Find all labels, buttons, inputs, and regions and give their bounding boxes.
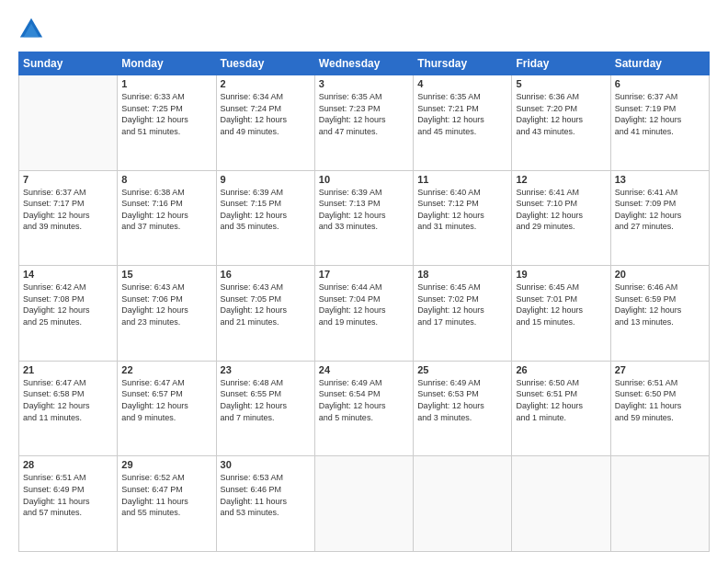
day-info: Sunrise: 6:36 AM Sunset: 7:20 PM Dayligh…	[516, 91, 606, 137]
day-number: 20	[615, 269, 705, 280]
calendar-cell: 8Sunrise: 6:38 AM Sunset: 7:16 PM Daylig…	[118, 170, 216, 266]
col-header-thursday: Thursday	[414, 52, 512, 75]
col-header-sunday: Sunday	[19, 52, 118, 75]
calendar-cell: 30Sunrise: 6:53 AM Sunset: 6:46 PM Dayli…	[216, 456, 314, 552]
calendar-cell: 27Sunrise: 6:51 AM Sunset: 6:50 PM Dayli…	[610, 361, 709, 456]
calendar-cell: 6Sunrise: 6:37 AM Sunset: 7:19 PM Daylig…	[610, 75, 709, 171]
day-info: Sunrise: 6:37 AM Sunset: 7:17 PM Dayligh…	[23, 187, 113, 233]
calendar-cell: 21Sunrise: 6:47 AM Sunset: 6:58 PM Dayli…	[19, 361, 118, 456]
day-info: Sunrise: 6:41 AM Sunset: 7:09 PM Dayligh…	[615, 187, 705, 233]
calendar-table: SundayMondayTuesdayWednesdayThursdayFrid…	[18, 52, 710, 552]
calendar-cell: 4Sunrise: 6:35 AM Sunset: 7:21 PM Daylig…	[414, 75, 512, 171]
calendar-cell: 29Sunrise: 6:52 AM Sunset: 6:47 PM Dayli…	[118, 456, 216, 552]
calendar-cell	[414, 456, 512, 552]
page: SundayMondayTuesdayWednesdayThursdayFrid…	[0, 0, 728, 563]
calendar-header-row: SundayMondayTuesdayWednesdayThursdayFrid…	[19, 52, 710, 75]
calendar-week-row: 28Sunrise: 6:51 AM Sunset: 6:49 PM Dayli…	[19, 456, 710, 552]
day-number: 14	[23, 269, 113, 280]
calendar-cell: 22Sunrise: 6:47 AM Sunset: 6:57 PM Dayli…	[118, 361, 216, 456]
day-info: Sunrise: 6:37 AM Sunset: 7:19 PM Dayligh…	[615, 91, 705, 137]
day-number: 5	[516, 78, 606, 89]
day-info: Sunrise: 6:35 AM Sunset: 7:23 PM Dayligh…	[319, 91, 409, 137]
day-number: 22	[121, 364, 211, 375]
day-info: Sunrise: 6:46 AM Sunset: 6:59 PM Dayligh…	[615, 282, 705, 327]
day-info: Sunrise: 6:47 AM Sunset: 6:57 PM Dayligh…	[121, 377, 211, 423]
day-info: Sunrise: 6:35 AM Sunset: 7:21 PM Dayligh…	[417, 91, 507, 137]
day-number: 1	[121, 78, 211, 89]
day-info: Sunrise: 6:45 AM Sunset: 7:01 PM Dayligh…	[516, 282, 606, 327]
day-number: 3	[319, 78, 409, 89]
day-number: 29	[121, 459, 211, 470]
day-info: Sunrise: 6:33 AM Sunset: 7:25 PM Dayligh…	[121, 91, 211, 137]
day-number: 25	[417, 364, 507, 375]
calendar-cell: 7Sunrise: 6:37 AM Sunset: 7:17 PM Daylig…	[19, 170, 118, 266]
calendar-cell: 12Sunrise: 6:41 AM Sunset: 7:10 PM Dayli…	[512, 170, 610, 266]
day-info: Sunrise: 6:49 AM Sunset: 6:54 PM Dayligh…	[319, 377, 409, 423]
day-number: 12	[516, 174, 606, 185]
calendar-cell: 19Sunrise: 6:45 AM Sunset: 7:01 PM Dayli…	[512, 266, 610, 362]
calendar-cell: 3Sunrise: 6:35 AM Sunset: 7:23 PM Daylig…	[314, 75, 413, 171]
calendar-cell: 24Sunrise: 6:49 AM Sunset: 6:54 PM Dayli…	[314, 361, 413, 456]
calendar-cell: 16Sunrise: 6:43 AM Sunset: 7:05 PM Dayli…	[216, 266, 314, 362]
col-header-monday: Monday	[118, 52, 216, 75]
day-info: Sunrise: 6:41 AM Sunset: 7:10 PM Dayligh…	[516, 187, 606, 233]
day-info: Sunrise: 6:44 AM Sunset: 7:04 PM Dayligh…	[319, 282, 409, 327]
calendar-cell: 11Sunrise: 6:40 AM Sunset: 7:12 PM Dayli…	[414, 170, 512, 266]
day-number: 9	[221, 174, 311, 185]
day-info: Sunrise: 6:39 AM Sunset: 7:13 PM Dayligh…	[319, 187, 409, 233]
calendar-week-row: 1Sunrise: 6:33 AM Sunset: 7:25 PM Daylig…	[19, 75, 710, 171]
day-info: Sunrise: 6:39 AM Sunset: 7:15 PM Dayligh…	[221, 187, 311, 233]
calendar-cell: 23Sunrise: 6:48 AM Sunset: 6:55 PM Dayli…	[216, 361, 314, 456]
col-header-saturday: Saturday	[610, 52, 709, 75]
day-number: 8	[121, 174, 211, 185]
calendar-cell: 2Sunrise: 6:34 AM Sunset: 7:24 PM Daylig…	[216, 75, 314, 171]
day-number: 30	[221, 459, 311, 470]
day-number: 4	[417, 78, 507, 89]
day-info: Sunrise: 6:47 AM Sunset: 6:58 PM Dayligh…	[23, 377, 113, 423]
day-number: 26	[516, 364, 606, 375]
day-number: 11	[417, 174, 507, 185]
calendar-cell	[610, 456, 709, 552]
calendar-cell	[19, 75, 118, 171]
day-info: Sunrise: 6:50 AM Sunset: 6:51 PM Dayligh…	[516, 377, 606, 423]
day-info: Sunrise: 6:38 AM Sunset: 7:16 PM Dayligh…	[121, 187, 211, 233]
calendar-week-row: 21Sunrise: 6:47 AM Sunset: 6:58 PM Dayli…	[19, 361, 710, 456]
calendar-cell	[314, 456, 413, 552]
calendar-cell: 15Sunrise: 6:43 AM Sunset: 7:06 PM Dayli…	[118, 266, 216, 362]
calendar-cell: 25Sunrise: 6:49 AM Sunset: 6:53 PM Dayli…	[414, 361, 512, 456]
day-info: Sunrise: 6:45 AM Sunset: 7:02 PM Dayligh…	[417, 282, 507, 327]
calendar-cell: 17Sunrise: 6:44 AM Sunset: 7:04 PM Dayli…	[314, 266, 413, 362]
day-info: Sunrise: 6:49 AM Sunset: 6:53 PM Dayligh…	[417, 377, 507, 423]
day-number: 23	[221, 364, 311, 375]
day-number: 13	[615, 174, 705, 185]
calendar-week-row: 14Sunrise: 6:42 AM Sunset: 7:08 PM Dayli…	[19, 266, 710, 362]
day-number: 28	[23, 459, 113, 470]
day-info: Sunrise: 6:43 AM Sunset: 7:05 PM Dayligh…	[221, 282, 311, 327]
day-info: Sunrise: 6:40 AM Sunset: 7:12 PM Dayligh…	[417, 187, 507, 233]
day-number: 6	[615, 78, 705, 89]
calendar-cell: 18Sunrise: 6:45 AM Sunset: 7:02 PM Dayli…	[414, 266, 512, 362]
day-info: Sunrise: 6:43 AM Sunset: 7:06 PM Dayligh…	[121, 282, 211, 327]
logo	[18, 17, 46, 42]
day-info: Sunrise: 6:52 AM Sunset: 6:47 PM Dayligh…	[121, 472, 211, 518]
calendar-cell: 14Sunrise: 6:42 AM Sunset: 7:08 PM Dayli…	[19, 266, 118, 362]
day-info: Sunrise: 6:42 AM Sunset: 7:08 PM Dayligh…	[23, 282, 113, 327]
day-number: 2	[221, 78, 311, 89]
day-info: Sunrise: 6:53 AM Sunset: 6:46 PM Dayligh…	[221, 472, 311, 518]
day-number: 21	[23, 364, 113, 375]
calendar-cell: 26Sunrise: 6:50 AM Sunset: 6:51 PM Dayli…	[512, 361, 610, 456]
calendar-cell: 20Sunrise: 6:46 AM Sunset: 6:59 PM Dayli…	[610, 266, 709, 362]
calendar-cell: 28Sunrise: 6:51 AM Sunset: 6:49 PM Dayli…	[19, 456, 118, 552]
day-number: 15	[121, 269, 211, 280]
day-number: 7	[23, 174, 113, 185]
col-header-wednesday: Wednesday	[314, 52, 413, 75]
day-info: Sunrise: 6:51 AM Sunset: 6:50 PM Dayligh…	[615, 377, 705, 423]
calendar-cell: 9Sunrise: 6:39 AM Sunset: 7:15 PM Daylig…	[216, 170, 314, 266]
day-number: 18	[417, 269, 507, 280]
col-header-tuesday: Tuesday	[216, 52, 314, 75]
day-number: 17	[319, 269, 409, 280]
calendar-cell	[512, 456, 610, 552]
day-number: 24	[319, 364, 409, 375]
logo-icon	[18, 17, 44, 42]
day-info: Sunrise: 6:34 AM Sunset: 7:24 PM Dayligh…	[221, 91, 311, 137]
